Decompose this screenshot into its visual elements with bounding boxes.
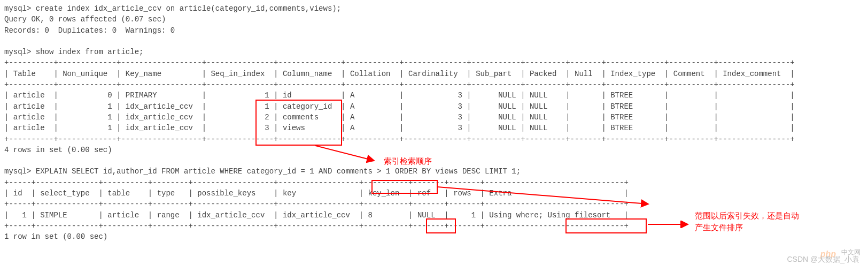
terminal-output: mysql> create index idx_article_ccv on a… [0,0,868,246]
svg-line-0 [315,146,374,161]
annotation-index-order: 索引检索顺序 [384,155,432,167]
arrow-to-index-order [315,146,379,167]
annotation-filesort-line2: 产生文件排序 [695,222,743,233]
watermark-csdn: CSDN @大数据_小袁 [787,254,859,265]
terminal-screenshot: mysql> create index idx_article_ccv on a… [0,0,868,272]
arrow-to-annotation-2 [648,221,691,228]
arrow-to-filesort-long [437,183,651,209]
svg-line-1 [437,187,648,204]
annotation-filesort-line1: 范围以后索引失效，还是自动 [695,210,799,222]
